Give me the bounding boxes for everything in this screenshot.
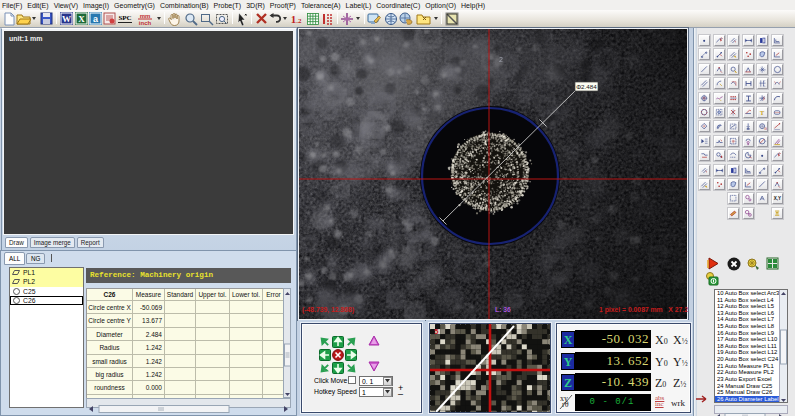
svg-text:X,Y: X,Y xyxy=(774,196,781,201)
svg-text:W: W xyxy=(62,14,71,24)
svg-text:5: 5 xyxy=(434,327,439,336)
svg-text:2: 2 xyxy=(499,56,503,63)
svg-text:X: X xyxy=(78,14,85,24)
svg-text:mm: mm xyxy=(140,13,151,19)
svg-text:inch: inch xyxy=(139,20,152,25)
svg-text:Φ2.484: Φ2.484 xyxy=(576,83,597,90)
svg-text:G: G xyxy=(764,127,767,131)
svg-text:T: T xyxy=(760,109,765,116)
